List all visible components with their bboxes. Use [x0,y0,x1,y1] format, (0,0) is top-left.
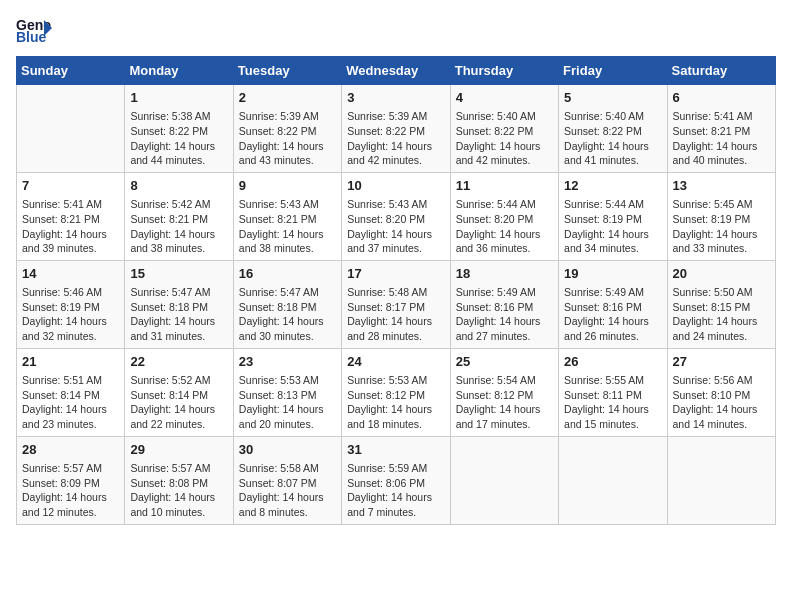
day-info: Sunrise: 5:39 AM Sunset: 8:22 PM Dayligh… [239,109,336,168]
logo-icon: General Blue [16,16,52,44]
day-number: 19 [564,265,661,283]
calendar-day-cell: 18Sunrise: 5:49 AM Sunset: 8:16 PM Dayli… [450,260,558,348]
day-info: Sunrise: 5:47 AM Sunset: 8:18 PM Dayligh… [239,285,336,344]
calendar-week-row: 1Sunrise: 5:38 AM Sunset: 8:22 PM Daylig… [17,85,776,173]
day-number: 23 [239,353,336,371]
day-info: Sunrise: 5:47 AM Sunset: 8:18 PM Dayligh… [130,285,227,344]
calendar-day-cell: 30Sunrise: 5:58 AM Sunset: 8:07 PM Dayli… [233,436,341,524]
calendar-day-cell: 4Sunrise: 5:40 AM Sunset: 8:22 PM Daylig… [450,85,558,173]
day-info: Sunrise: 5:38 AM Sunset: 8:22 PM Dayligh… [130,109,227,168]
calendar-day-cell: 23Sunrise: 5:53 AM Sunset: 8:13 PM Dayli… [233,348,341,436]
day-number: 26 [564,353,661,371]
calendar-week-row: 21Sunrise: 5:51 AM Sunset: 8:14 PM Dayli… [17,348,776,436]
day-number: 1 [130,89,227,107]
day-number: 29 [130,441,227,459]
day-info: Sunrise: 5:43 AM Sunset: 8:21 PM Dayligh… [239,197,336,256]
calendar-day-cell [667,436,775,524]
day-number: 2 [239,89,336,107]
day-number: 8 [130,177,227,195]
calendar-day-cell: 6Sunrise: 5:41 AM Sunset: 8:21 PM Daylig… [667,85,775,173]
day-info: Sunrise: 5:49 AM Sunset: 8:16 PM Dayligh… [456,285,553,344]
svg-text:Blue: Blue [16,29,47,44]
weekday-header: Wednesday [342,57,450,85]
calendar-day-cell: 28Sunrise: 5:57 AM Sunset: 8:09 PM Dayli… [17,436,125,524]
calendar-day-cell [559,436,667,524]
day-number: 7 [22,177,119,195]
day-info: Sunrise: 5:59 AM Sunset: 8:06 PM Dayligh… [347,461,444,520]
calendar-day-cell: 14Sunrise: 5:46 AM Sunset: 8:19 PM Dayli… [17,260,125,348]
calendar-day-cell: 21Sunrise: 5:51 AM Sunset: 8:14 PM Dayli… [17,348,125,436]
calendar-day-cell: 3Sunrise: 5:39 AM Sunset: 8:22 PM Daylig… [342,85,450,173]
calendar-day-cell: 2Sunrise: 5:39 AM Sunset: 8:22 PM Daylig… [233,85,341,173]
calendar-week-row: 14Sunrise: 5:46 AM Sunset: 8:19 PM Dayli… [17,260,776,348]
calendar-day-cell: 9Sunrise: 5:43 AM Sunset: 8:21 PM Daylig… [233,172,341,260]
day-number: 6 [673,89,770,107]
calendar-day-cell: 1Sunrise: 5:38 AM Sunset: 8:22 PM Daylig… [125,85,233,173]
calendar-day-cell: 19Sunrise: 5:49 AM Sunset: 8:16 PM Dayli… [559,260,667,348]
day-info: Sunrise: 5:45 AM Sunset: 8:19 PM Dayligh… [673,197,770,256]
calendar-day-cell: 20Sunrise: 5:50 AM Sunset: 8:15 PM Dayli… [667,260,775,348]
calendar-day-cell: 11Sunrise: 5:44 AM Sunset: 8:20 PM Dayli… [450,172,558,260]
calendar-day-cell: 12Sunrise: 5:44 AM Sunset: 8:19 PM Dayli… [559,172,667,260]
day-info: Sunrise: 5:44 AM Sunset: 8:19 PM Dayligh… [564,197,661,256]
calendar-day-cell: 8Sunrise: 5:42 AM Sunset: 8:21 PM Daylig… [125,172,233,260]
weekday-header: Thursday [450,57,558,85]
day-info: Sunrise: 5:48 AM Sunset: 8:17 PM Dayligh… [347,285,444,344]
calendar-day-cell: 22Sunrise: 5:52 AM Sunset: 8:14 PM Dayli… [125,348,233,436]
day-info: Sunrise: 5:41 AM Sunset: 8:21 PM Dayligh… [673,109,770,168]
day-number: 9 [239,177,336,195]
calendar-day-cell: 29Sunrise: 5:57 AM Sunset: 8:08 PM Dayli… [125,436,233,524]
logo: General Blue [16,16,52,44]
day-info: Sunrise: 5:54 AM Sunset: 8:12 PM Dayligh… [456,373,553,432]
calendar-day-cell: 31Sunrise: 5:59 AM Sunset: 8:06 PM Dayli… [342,436,450,524]
day-number: 18 [456,265,553,283]
calendar-day-cell [450,436,558,524]
day-info: Sunrise: 5:58 AM Sunset: 8:07 PM Dayligh… [239,461,336,520]
day-number: 22 [130,353,227,371]
day-info: Sunrise: 5:43 AM Sunset: 8:20 PM Dayligh… [347,197,444,256]
day-info: Sunrise: 5:50 AM Sunset: 8:15 PM Dayligh… [673,285,770,344]
day-info: Sunrise: 5:40 AM Sunset: 8:22 PM Dayligh… [564,109,661,168]
day-number: 10 [347,177,444,195]
day-number: 27 [673,353,770,371]
day-number: 15 [130,265,227,283]
weekday-header: Monday [125,57,233,85]
day-info: Sunrise: 5:42 AM Sunset: 8:21 PM Dayligh… [130,197,227,256]
day-info: Sunrise: 5:56 AM Sunset: 8:10 PM Dayligh… [673,373,770,432]
day-number: 25 [456,353,553,371]
day-number: 4 [456,89,553,107]
calendar-day-cell: 15Sunrise: 5:47 AM Sunset: 8:18 PM Dayli… [125,260,233,348]
weekday-header: Friday [559,57,667,85]
day-number: 21 [22,353,119,371]
calendar-day-cell: 17Sunrise: 5:48 AM Sunset: 8:17 PM Dayli… [342,260,450,348]
calendar-day-cell: 13Sunrise: 5:45 AM Sunset: 8:19 PM Dayli… [667,172,775,260]
day-number: 11 [456,177,553,195]
day-info: Sunrise: 5:53 AM Sunset: 8:12 PM Dayligh… [347,373,444,432]
day-info: Sunrise: 5:41 AM Sunset: 8:21 PM Dayligh… [22,197,119,256]
day-number: 24 [347,353,444,371]
calendar-table: SundayMondayTuesdayWednesdayThursdayFrid… [16,56,776,525]
weekday-header: Sunday [17,57,125,85]
calendar-week-row: 28Sunrise: 5:57 AM Sunset: 8:09 PM Dayli… [17,436,776,524]
calendar-day-cell: 27Sunrise: 5:56 AM Sunset: 8:10 PM Dayli… [667,348,775,436]
calendar-day-cell: 24Sunrise: 5:53 AM Sunset: 8:12 PM Dayli… [342,348,450,436]
day-info: Sunrise: 5:40 AM Sunset: 8:22 PM Dayligh… [456,109,553,168]
weekday-header: Tuesday [233,57,341,85]
day-number: 5 [564,89,661,107]
day-info: Sunrise: 5:39 AM Sunset: 8:22 PM Dayligh… [347,109,444,168]
day-number: 30 [239,441,336,459]
day-info: Sunrise: 5:57 AM Sunset: 8:09 PM Dayligh… [22,461,119,520]
day-number: 28 [22,441,119,459]
day-info: Sunrise: 5:46 AM Sunset: 8:19 PM Dayligh… [22,285,119,344]
day-number: 20 [673,265,770,283]
day-number: 17 [347,265,444,283]
day-info: Sunrise: 5:53 AM Sunset: 8:13 PM Dayligh… [239,373,336,432]
calendar-day-cell: 7Sunrise: 5:41 AM Sunset: 8:21 PM Daylig… [17,172,125,260]
weekday-header: Saturday [667,57,775,85]
page-header: General Blue [16,16,776,44]
calendar-day-cell: 5Sunrise: 5:40 AM Sunset: 8:22 PM Daylig… [559,85,667,173]
day-number: 3 [347,89,444,107]
day-info: Sunrise: 5:55 AM Sunset: 8:11 PM Dayligh… [564,373,661,432]
day-info: Sunrise: 5:57 AM Sunset: 8:08 PM Dayligh… [130,461,227,520]
calendar-week-row: 7Sunrise: 5:41 AM Sunset: 8:21 PM Daylig… [17,172,776,260]
